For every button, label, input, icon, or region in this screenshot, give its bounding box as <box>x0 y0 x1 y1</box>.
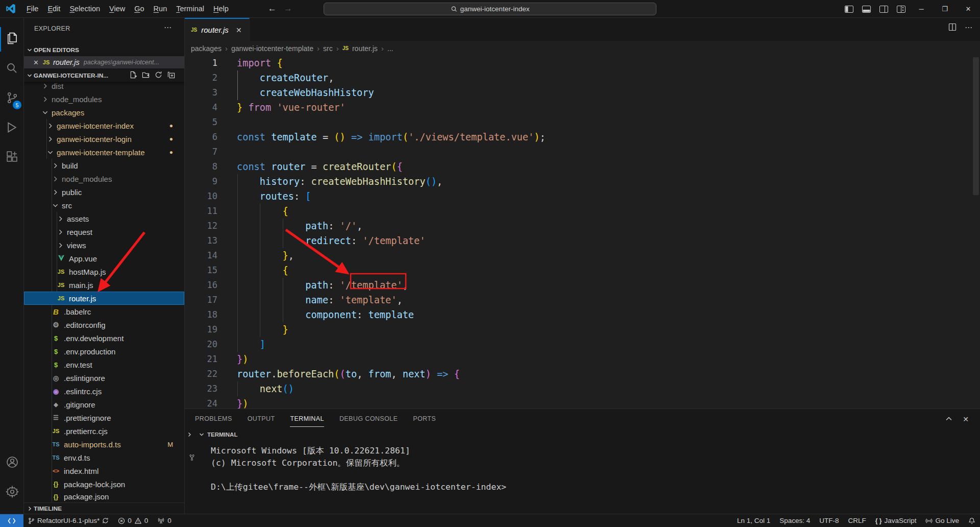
status-crlf[interactable]: CRLF <box>843 514 870 527</box>
panel-tab-output[interactable]: OUTPUT <box>248 415 275 427</box>
close-icon[interactable]: ✕ <box>33 59 41 66</box>
activity-explorer[interactable] <box>0 27 24 52</box>
menu-selection[interactable]: Selection <box>65 2 105 15</box>
minimize-button[interactable]: ─ <box>910 0 933 18</box>
breadcrumb[interactable]: packages›ganwei-iotcenter-template›src›J… <box>185 41 980 56</box>
code-editor[interactable]: 1import {2 createRouter,3 createWebHashH… <box>185 56 980 409</box>
breadcrumb-item[interactable]: src <box>323 44 333 53</box>
command-center-search[interactable]: ganwei-iotcenter-index <box>324 3 656 15</box>
tree-folder-assets[interactable]: assets <box>24 212 184 225</box>
tree-folder-public[interactable]: public <box>24 185 184 199</box>
tree-file-app.vue[interactable]: App.vue <box>24 252 184 265</box>
status-javascript[interactable]: { }JavaScript <box>871 514 921 527</box>
breadcrumb-item[interactable]: packages <box>191 44 222 53</box>
tree-file-hostmap.js[interactable]: JShostMap.js <box>24 265 184 278</box>
activity-run-debug[interactable] <box>0 116 24 140</box>
tree-file-package.json[interactable]: {}package.json <box>24 491 184 502</box>
status-go-live[interactable]: Go Live <box>921 514 964 527</box>
tree-file-.editorconfig[interactable]: ⚙.editorconfig <box>24 318 184 331</box>
tree-file-package-lock.json[interactable]: {}package-lock.json <box>24 477 184 491</box>
menu-file[interactable]: File <box>22 2 43 15</box>
tree-folder-src[interactable]: src <box>24 199 184 212</box>
terminal-output[interactable]: Microsoft Windows [版本 10.0.22621.2861](c… <box>211 445 506 493</box>
panel-close-icon[interactable]: ✕ <box>963 415 969 424</box>
warning-count: 0 <box>144 517 149 524</box>
close-button[interactable]: ✕ <box>957 0 980 18</box>
panel-tab-debug-console[interactable]: DEBUG CONSOLE <box>339 415 398 427</box>
tree-folder-build[interactable]: build <box>24 159 184 172</box>
menu-help[interactable]: Help <box>209 2 233 15</box>
refresh-icon[interactable] <box>155 71 162 80</box>
tree-folder-ganwei-iotcenter-template[interactable]: ganwei-iotcenter-template● <box>24 146 184 159</box>
toggle-secondary-sidebar-icon[interactable] <box>876 3 891 16</box>
terminal-section-header[interactable]: TERMINAL <box>187 432 237 438</box>
open-editors-section[interactable]: OPEN EDITORS <box>24 44 184 56</box>
collapse-all-icon[interactable] <box>167 71 175 80</box>
status-utf-8[interactable]: UTF-8 <box>815 514 843 527</box>
tree-folder-ganwei-iotcenter-login[interactable]: ganwei-iotcenter-login● <box>24 132 184 146</box>
tree-file-.prettierrc.cjs[interactable]: JS.prettierrc.cjs <box>24 424 184 438</box>
activity-accounts[interactable] <box>0 451 24 475</box>
menu-go[interactable]: Go <box>130 2 149 15</box>
tree-folder-node-modules[interactable]: node_modules <box>24 92 184 106</box>
tree-file-.env.development[interactable]: $.env.development <box>24 331 184 345</box>
tree-folder-views[interactable]: views <box>24 238 184 252</box>
menu-run[interactable]: Run <box>149 2 172 15</box>
activity-extensions[interactable] <box>0 146 24 170</box>
tree-file-main.js[interactable]: JSmain.js <box>24 278 184 292</box>
forward-arrow-icon[interactable]: → <box>284 4 292 14</box>
tree-file-router.js[interactable]: JSrouter.js <box>24 292 184 305</box>
editor-more-icon[interactable]: ⋯ <box>965 23 973 33</box>
tab-close-icon[interactable]: ✕ <box>236 26 242 34</box>
menu-view[interactable]: View <box>105 2 130 15</box>
tree-file-env.d.ts[interactable]: TSenv.d.ts <box>24 451 184 464</box>
status-ln-1-col-1[interactable]: Ln 1, Col 1 <box>732 514 775 527</box>
tree-file-.eslintignore[interactable]: ◎.eslintignore <box>24 371 184 385</box>
menu-edit[interactable]: Edit <box>43 2 65 15</box>
status-bar-right: Ln 1, Col 1Spaces: 4UTF-8CRLF{ }JavaScri… <box>732 514 980 527</box>
tree-file-.env.test[interactable]: $.env.test <box>24 358 184 371</box>
tree-file-auto-imports.d.ts[interactable]: TSauto-imports.d.tsM <box>24 438 184 451</box>
panel-tab-terminal[interactable]: TERMINAL <box>290 415 324 427</box>
tree-file-.babelrc[interactable]: B.babelrc <box>24 305 184 318</box>
vue-icon <box>56 255 66 262</box>
tree-file-.prettierignore[interactable]: ☰.prettierignore <box>24 411 184 424</box>
breadcrumb-item[interactable]: router.js <box>352 44 378 53</box>
tab-router-js[interactable]: JS router.js ✕ <box>185 18 250 41</box>
panel-maximize-icon[interactable] <box>945 415 952 424</box>
tree-folder-request[interactable]: request <box>24 225 184 238</box>
tree-file-.gitignore[interactable]: ◆.gitignore <box>24 398 184 411</box>
tree-folder-node-modules[interactable]: node_modules <box>24 172 184 185</box>
new-folder-icon[interactable] <box>142 71 150 80</box>
tree-file-.eslintrc.cjs[interactable]: ◉.eslintrc.cjs <box>24 385 184 398</box>
status-spaces-4[interactable]: Spaces: 4 <box>775 514 815 527</box>
new-file-icon[interactable] <box>129 71 137 80</box>
toggle-panel-icon[interactable] <box>859 3 874 16</box>
activity-settings[interactable] <box>0 481 24 505</box>
split-editor-icon[interactable] <box>948 23 957 33</box>
activity-source-control[interactable]: 5 <box>0 86 24 111</box>
open-editor-item[interactable]: ✕ JS router.js packages\ganwei-iotcent..… <box>24 56 184 68</box>
back-arrow-icon[interactable]: ← <box>268 4 277 14</box>
timeline-section[interactable]: TIMELINE <box>24 502 184 514</box>
panel-tab-ports[interactable]: PORTS <box>413 415 436 427</box>
ports-status[interactable]: 0 <box>153 514 176 527</box>
panel-tab-problems[interactable]: PROBLEMS <box>195 415 232 427</box>
activity-search[interactable] <box>0 57 24 81</box>
tree-folder-ganwei-iotcenter-index[interactable]: ganwei-iotcenter-index● <box>24 119 184 132</box>
tree-file-index.html[interactable]: <>index.html <box>24 464 184 477</box>
git-branch-status[interactable]: RefactorUI-6.1-plus* <box>23 514 113 527</box>
customize-layout-icon[interactable] <box>893 3 909 16</box>
menu-terminal[interactable]: Terminal <box>172 2 209 15</box>
status-bell[interactable] <box>964 514 980 527</box>
breadcrumb-item[interactable]: ganwei-iotcenter-template <box>231 44 313 53</box>
toggle-sidebar-icon[interactable] <box>841 3 856 16</box>
tree-folder-packages[interactable]: packages <box>24 106 184 119</box>
remote-indicator[interactable] <box>0 514 23 527</box>
code-line-24: }) <box>185 396 980 409</box>
breadcrumb-item[interactable]: ... <box>387 44 394 53</box>
workspace-section[interactable]: GANWEI-IOTCENTER-IN... <box>24 69 184 82</box>
problems-status[interactable]: 0 0 <box>113 514 153 527</box>
maximize-button[interactable]: ❐ <box>933 0 957 18</box>
tree-file-.env.production[interactable]: $.env.production <box>24 345 184 358</box>
